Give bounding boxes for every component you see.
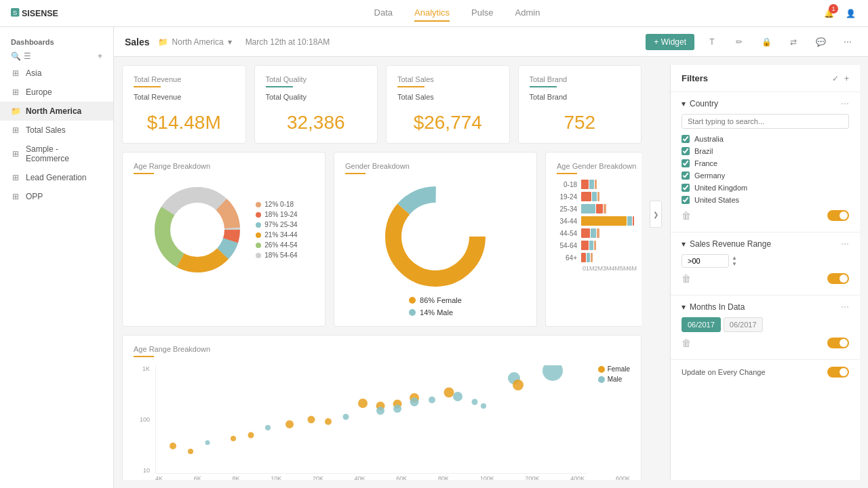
grid-icon: ⊞ — [11, 68, 20, 78]
card-total-revenue: Total Revenue Total Revenue $14.48M — [122, 65, 246, 144]
stats-row: Total Revenue Total Revenue $14.48M Tota… — [122, 65, 642, 144]
age-range-donut-card: Age Range Breakdown — [122, 152, 326, 327]
filter-section-country-header[interactable]: ▾ Country ⋯ — [682, 99, 849, 108]
sidebar-item-total-sales[interactable]: ⊞ Total Sales — [0, 121, 113, 140]
donut-svg — [150, 182, 245, 277]
scatter-xaxis: 4K6K8K10K20K40K 60K80K100K200K400K600K — [134, 475, 630, 480]
breadcrumb: 📁 North America ▾ — [158, 37, 232, 47]
sidebar-item-opp[interactable]: ⊞ OPP — [0, 187, 113, 206]
filter-section-country-options-icon[interactable]: ⋯ — [841, 99, 849, 108]
sidebar-add-icon[interactable]: ☰ — [24, 52, 31, 61]
card-total-brand-value: 752 — [530, 112, 631, 134]
filter-date-to-btn[interactable]: 06/2017 — [724, 317, 763, 332]
svg-point-10 — [170, 203, 224, 257]
filter-title: Filters — [682, 73, 708, 83]
toolbar-edit-icon[interactable]: ✏ — [730, 33, 749, 52]
toolbar-text-icon[interactable]: T — [703, 33, 722, 52]
nav-admin[interactable]: Admin — [515, 5, 540, 22]
sidebar-search-icon[interactable]: 🔍 — [11, 52, 21, 61]
notification-icon[interactable]: 🔔 1 — [822, 7, 835, 20]
hbar-row-0-18: 0-18 — [557, 180, 637, 189]
logo: SISENSE S — [11, 7, 65, 20]
user-icon[interactable]: 👤 — [844, 7, 857, 20]
add-widget-button[interactable]: + Widget — [646, 34, 694, 50]
filter-section-country-title: ▾ Country — [682, 99, 718, 108]
filter-revenue-spinner[interactable]: ▲▼ — [732, 255, 737, 267]
grid-icon: ⊞ — [11, 87, 20, 97]
svg-text:SISENSE: SISENSE — [22, 9, 58, 18]
filter-section-revenue-title: ▾ Sales Revenue Range — [682, 239, 771, 249]
age-gender-chart-title: Age Gender Breakdown — [557, 162, 637, 170]
filter-section-revenue-header[interactable]: ▾ Sales Revenue Range ⋯ — [682, 239, 849, 249]
filter-country-toggle-row: 🗑 — [682, 210, 849, 221]
toolbar-chat-icon[interactable]: 💬 — [811, 33, 830, 52]
sidebar: Dashboards 🔍 ☰ + ⊞ Asia ⊞ Europe 📁 North… — [0, 27, 114, 488]
sidebar-expand-icon[interactable]: + — [98, 52, 102, 61]
scatter-chart-title: Age Range Breakdown — [134, 345, 630, 353]
filter-check-icon[interactable]: ✓ — [832, 74, 839, 83]
filter-date-row: 06/2017 06/2017 — [682, 317, 849, 332]
hbar-row-64plus: 64+ — [557, 253, 637, 262]
filter-months-trash-icon[interactable]: 🗑 — [682, 338, 691, 348]
card-total-sales-title: Total Sales — [397, 75, 498, 83]
hbar-row-25-34: 25-34 — [557, 204, 637, 214]
filter-country-germany: Germany — [682, 169, 849, 182]
nav-pulse[interactable]: Pulse — [471, 5, 494, 22]
filter-revenue-range-row: >00 ▲▼ — [682, 254, 849, 268]
sidebar-item-sample-ecommerce[interactable]: ⊞ Sample - Ecommerce — [0, 140, 113, 168]
collapse-filter-button[interactable]: ❯ — [650, 201, 662, 228]
scatter-card: Age Range Breakdown 1K 100 10 — [122, 335, 642, 480]
filter-country-brazil: Brazil — [682, 145, 849, 157]
hbar-axis: 01M2M3M4M5M6M — [557, 265, 637, 272]
grid-icon: ⊞ — [11, 125, 20, 135]
toolbar-save-icon[interactable]: 🔒 — [757, 33, 776, 52]
filter-country-trash-icon[interactable]: 🗑 — [682, 210, 691, 221]
card-total-sales: Total Sales Total Sales $26,774 — [386, 65, 510, 144]
sidebar-item-north-america[interactable]: 📁 North America — [0, 102, 113, 121]
main-area: Sales 📁 North America ▾ March 12th at 10… — [114, 27, 868, 488]
filter-revenue-input[interactable]: >00 — [682, 254, 729, 268]
country-search-input[interactable] — [682, 114, 849, 129]
country-germany-checkbox[interactable] — [682, 171, 690, 180]
toolbar-more-icon[interactable]: ⋯ — [838, 33, 857, 52]
content-area: Total Revenue Total Revenue $14.48M Tota… — [114, 57, 868, 488]
legend-item-34-44: 21% 34-44 — [256, 231, 297, 239]
filter-section-revenue-options-icon[interactable]: ⋯ — [841, 239, 849, 249]
sidebar-item-europe[interactable]: ⊞ Europe — [0, 83, 113, 102]
toolbar-share-icon[interactable]: ⇄ — [784, 33, 803, 52]
nav-data[interactable]: Data — [374, 5, 393, 22]
filter-country-toggle[interactable] — [827, 210, 849, 221]
filter-section-months-header[interactable]: ▾ Months In Data ⋯ — [682, 302, 849, 312]
scatter-plot — [155, 365, 587, 474]
hbar-row-44-54: 44-54 — [557, 228, 637, 238]
update-toggle[interactable] — [827, 367, 849, 378]
country-france-checkbox[interactable] — [682, 159, 690, 167]
sidebar-item-asia[interactable]: ⊞ Asia — [0, 64, 113, 83]
filter-date-from-btn[interactable]: 06/2017 — [682, 317, 721, 332]
filter-add-icon[interactable]: + — [844, 74, 849, 83]
filter-section-months-options-icon[interactable]: ⋯ — [841, 302, 849, 312]
grid-icon: ⊞ — [11, 149, 20, 159]
legend-item-0-18: 12% 0-18 — [256, 201, 297, 208]
age-range-chart-title: Age Range Breakdown — [134, 162, 314, 170]
filter-country-us: United States — [682, 194, 849, 206]
card-total-revenue-value: $14.48M — [134, 112, 235, 134]
breadcrumb-text: North America — [172, 37, 224, 47]
nav-analytics[interactable]: Analytics — [414, 5, 450, 22]
card-total-revenue-label: Total Revenue — [134, 93, 235, 101]
filter-revenue-trash-icon[interactable]: 🗑 — [682, 273, 691, 284]
filter-months-toggle[interactable] — [827, 338, 849, 348]
update-label: Update on Every Change — [682, 368, 766, 376]
donut-legend: 12% 0-18 18% 19-24 97% 25-34 — [256, 201, 297, 259]
filter-revenue-toggle[interactable] — [827, 273, 849, 284]
gender-chart-title: Gender Breakdown — [345, 162, 526, 170]
sidebar-item-lead-generation[interactable]: ⊞ Lead Generation — [0, 168, 113, 187]
gender-donut-svg — [381, 182, 490, 291]
toolbar: Sales 📁 North America ▾ March 12th at 10… — [114, 27, 868, 57]
grid-icon: ⊞ — [11, 173, 20, 182]
country-australia-checkbox[interactable] — [682, 135, 690, 143]
country-brazil-checkbox[interactable] — [682, 147, 690, 155]
gender-legend-female: 86% Female — [409, 296, 462, 304]
country-uk-checkbox[interactable] — [682, 184, 690, 192]
country-us-checkbox[interactable] — [682, 196, 690, 204]
